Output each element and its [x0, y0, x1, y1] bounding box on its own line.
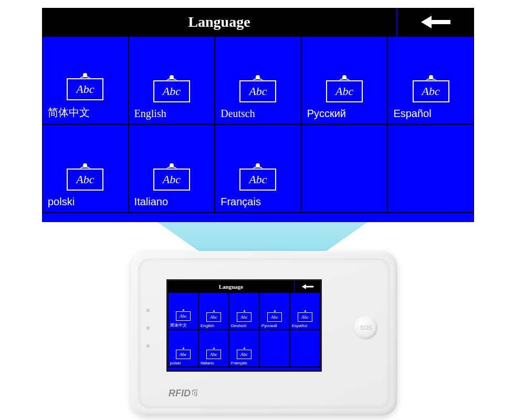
language-label: Español	[388, 108, 431, 120]
language-label: Русский	[302, 108, 346, 120]
language-icon: Abc	[176, 350, 191, 359]
language-label: English	[199, 323, 214, 328]
language-icon: Abc	[67, 163, 103, 191]
language-icon: Abc	[298, 312, 312, 322]
language-label: Español	[290, 323, 307, 328]
language-grid: Abc 简体中文 Abc English Abc Deutsch Abc Рус…	[168, 292, 320, 367]
language-label: Русский	[260, 323, 277, 328]
language-option-chinese[interactable]: Abc 简体中文	[42, 36, 129, 124]
language-icon: Abc	[206, 312, 221, 322]
language-option-russian[interactable]: Abc Русский	[259, 292, 290, 330]
language-icon: Abc	[239, 163, 276, 191]
language-icon: Abc	[237, 312, 251, 322]
screen-footer-bar	[42, 213, 474, 222]
language-screen-enlarged: Language Abc 简体中文 Abc English Abc	[42, 8, 474, 222]
language-icon: Abc	[237, 350, 251, 359]
language-icon: Abc	[239, 75, 276, 102]
language-option-empty	[301, 124, 388, 213]
language-label: 简体中文	[43, 106, 90, 120]
language-label: Deutsch	[215, 108, 255, 120]
language-option-italian[interactable]: Abc Italiano	[198, 330, 229, 367]
status-led	[146, 309, 150, 312]
language-label: Français	[215, 196, 261, 208]
language-option-polish[interactable]: Abc polski	[168, 330, 198, 367]
rfid-label: RFID	[169, 388, 201, 399]
language-option-empty	[387, 124, 474, 213]
language-option-chinese[interactable]: Abc 简体中文	[168, 292, 198, 330]
back-arrow-icon	[420, 14, 452, 30]
language-label: 简体中文	[169, 322, 187, 328]
language-icon: Abc	[153, 75, 190, 102]
language-option-french[interactable]: Abc Français	[215, 124, 301, 213]
language-icon: Abc	[267, 312, 282, 322]
status-led	[146, 344, 150, 348]
screen-footer-bar	[168, 367, 320, 370]
back-button[interactable]	[396, 8, 474, 36]
header-bar: Language	[42, 8, 474, 36]
language-option-russian[interactable]: Abc Русский	[301, 36, 388, 124]
rfid-wave-icon	[192, 390, 201, 398]
language-label: English	[129, 108, 166, 120]
language-label: polski	[169, 361, 181, 365]
language-icon: Abc	[153, 163, 190, 191]
language-option-empty	[290, 330, 320, 367]
back-arrow-icon	[301, 283, 314, 290]
language-label: Deutsch	[229, 323, 246, 328]
rfid-text: RFID	[169, 388, 191, 399]
language-option-spanish[interactable]: Abc Español	[387, 36, 474, 124]
language-option-empty	[259, 330, 290, 367]
language-icon: Abc	[176, 311, 191, 321]
language-label: Italiano	[129, 196, 169, 208]
device-touchscreen[interactable]: Language Abc 简体中文 Abc English Abc	[166, 279, 322, 372]
language-option-spanish[interactable]: Abc Español	[290, 292, 320, 330]
header-bar: Language	[168, 281, 320, 292]
language-option-french[interactable]: Abc Français	[229, 330, 259, 367]
language-icon: Abc	[326, 75, 363, 102]
language-icon: Abc	[67, 73, 103, 100]
language-option-german[interactable]: Abc Deutsch	[215, 36, 301, 124]
language-label: polski	[43, 196, 75, 208]
back-button[interactable]	[294, 281, 320, 292]
page-title: Language	[168, 281, 294, 292]
page-title: Language	[42, 8, 396, 36]
language-option-italian[interactable]: Abc Italiano	[129, 124, 215, 213]
language-grid: Abc 简体中文 Abc English Abc Deutsch Abc Рус…	[42, 36, 474, 213]
language-label: Français	[229, 361, 247, 365]
language-icon: Abc	[413, 75, 449, 102]
status-led	[146, 327, 150, 330]
language-option-polish[interactable]: Abc polski	[42, 124, 129, 213]
alarm-panel-device: Language Abc 简体中文 Abc English Abc	[131, 251, 397, 416]
sos-button[interactable]: SOS	[354, 316, 377, 339]
language-option-german[interactable]: Abc Deutsch	[229, 292, 259, 330]
language-label: Italiano	[199, 361, 214, 365]
language-option-english[interactable]: Abc English	[198, 292, 229, 330]
language-option-english[interactable]: Abc English	[129, 36, 215, 124]
language-icon: Abc	[206, 350, 221, 359]
